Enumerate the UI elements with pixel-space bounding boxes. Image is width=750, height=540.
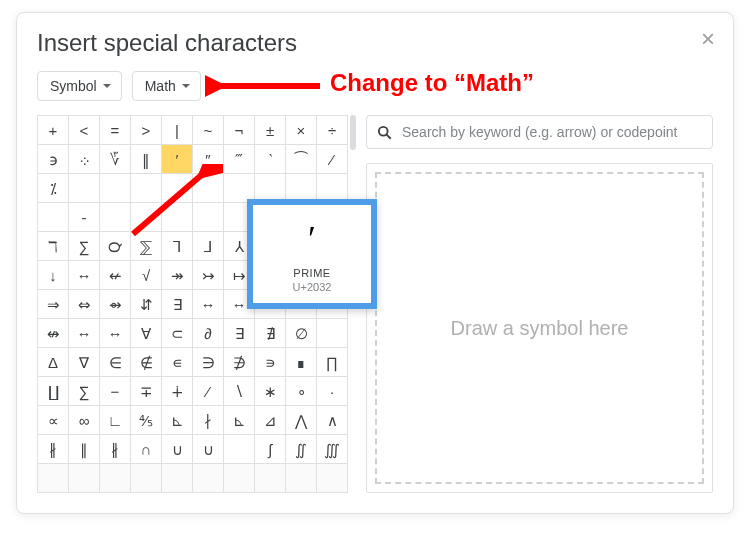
character-cell[interactable]: ⋀ <box>286 406 317 435</box>
character-cell[interactable]: ∭ <box>317 435 348 464</box>
character-cell[interactable]: ∬ <box>286 435 317 464</box>
character-cell[interactable]: √ <box>131 261 162 290</box>
character-cell[interactable]: ⊾ <box>162 406 193 435</box>
character-cell[interactable]: × <box>286 116 317 145</box>
character-cell[interactable] <box>317 464 348 493</box>
search-box[interactable] <box>366 115 713 149</box>
character-cell[interactable]: ∋ <box>193 348 224 377</box>
character-cell[interactable]: ↔ <box>100 319 131 348</box>
character-cell[interactable]: ~ <box>193 116 224 145</box>
character-cell[interactable]: ∉ <box>131 348 162 377</box>
character-cell[interactable]: ‴ <box>224 145 255 174</box>
character-cell[interactable]: ∩ <box>131 435 162 464</box>
character-cell[interactable]: Δ <box>38 348 69 377</box>
character-cell[interactable]: ′ <box>162 145 193 174</box>
character-cell[interactable]: ⅀ <box>131 232 162 261</box>
character-cell[interactable]: ⇔ <box>69 290 100 319</box>
character-cell[interactable] <box>162 203 193 232</box>
character-cell[interactable]: ∏ <box>317 348 348 377</box>
search-input[interactable] <box>400 123 702 141</box>
character-cell[interactable]: ∍ <box>255 348 286 377</box>
character-cell[interactable] <box>38 203 69 232</box>
character-cell[interactable]: ∝ <box>38 406 69 435</box>
close-button[interactable]: × <box>701 27 715 51</box>
character-cell[interactable]: ⇴ <box>100 290 131 319</box>
character-cell[interactable] <box>162 464 193 493</box>
character-cell[interactable]: ↚ <box>100 261 131 290</box>
character-cell[interactable]: ∀ <box>131 319 162 348</box>
character-cell[interactable] <box>317 319 348 348</box>
character-cell[interactable]: = <box>100 116 131 145</box>
character-cell[interactable]: - <box>69 203 100 232</box>
character-cell[interactable]: ∪ <box>162 435 193 464</box>
character-cell[interactable]: ⁄ <box>317 145 348 174</box>
character-cell[interactable]: − <box>100 377 131 406</box>
character-cell[interactable] <box>193 174 224 203</box>
character-cell[interactable]: ∧ <box>317 406 348 435</box>
character-cell[interactable] <box>131 464 162 493</box>
character-cell[interactable]: ∃ <box>162 290 193 319</box>
character-cell[interactable]: ↮ <box>38 319 69 348</box>
character-cell[interactable]: ± <box>255 116 286 145</box>
character-cell[interactable]: ∎ <box>286 348 317 377</box>
character-cell[interactable]: ∈ <box>100 348 131 377</box>
character-cell[interactable]: ⁴⁄₅ <box>131 406 162 435</box>
character-cell[interactable]: ∘ <box>286 377 317 406</box>
scrollbar-thumb[interactable] <box>350 115 356 150</box>
character-cell[interactable]: ″ <box>193 145 224 174</box>
character-cell[interactable] <box>38 464 69 493</box>
character-cell[interactable]: ∊ <box>162 348 193 377</box>
character-cell[interactable]: < <box>69 116 100 145</box>
character-cell[interactable]: ∐ <box>38 377 69 406</box>
character-cell[interactable] <box>193 464 224 493</box>
character-cell[interactable]: ∗ <box>255 377 286 406</box>
character-cell[interactable]: ∓ <box>131 377 162 406</box>
subcategory-dropdown[interactable]: Math <box>132 71 201 101</box>
character-cell[interactable]: ∔ <box>162 377 193 406</box>
character-cell[interactable]: ∕ <box>193 377 224 406</box>
category-dropdown[interactable]: Symbol <box>37 71 122 101</box>
character-cell[interactable]: ↔ <box>69 261 100 290</box>
character-cell[interactable]: ‖ <box>131 145 162 174</box>
character-cell[interactable]: + <box>38 116 69 145</box>
character-cell[interactable] <box>255 464 286 493</box>
character-cell[interactable]: ∅ <box>286 319 317 348</box>
character-cell[interactable]: ؆ <box>100 145 131 174</box>
character-cell[interactable]: ∖ <box>224 377 255 406</box>
character-cell[interactable]: ∪ <box>193 435 224 464</box>
character-cell[interactable]: ⊂ <box>162 319 193 348</box>
character-cell[interactable]: ∇ <box>69 348 100 377</box>
character-cell[interactable]: ÷ <box>317 116 348 145</box>
character-cell[interactable]: ∙ <box>317 377 348 406</box>
character-cell[interactable]: ⊿ <box>255 406 286 435</box>
character-cell[interactable]: ⅂ <box>162 232 193 261</box>
character-cell[interactable]: ∞ <box>69 406 100 435</box>
character-cell[interactable]: ℺ <box>100 232 131 261</box>
character-cell[interactable] <box>100 203 131 232</box>
character-cell[interactable] <box>100 464 131 493</box>
character-cell[interactable]: ℸ <box>38 232 69 261</box>
character-cell[interactable]: | <box>162 116 193 145</box>
character-cell[interactable]: ↠ <box>162 261 193 290</box>
character-cell[interactable]: ⁒ <box>38 174 69 203</box>
character-cell[interactable]: ∑ <box>69 232 100 261</box>
character-cell[interactable]: ⇒ <box>38 290 69 319</box>
character-cell[interactable] <box>224 435 255 464</box>
character-cell[interactable] <box>286 464 317 493</box>
character-cell[interactable]: ∦ <box>100 435 131 464</box>
character-cell[interactable]: ↣ <box>193 261 224 290</box>
character-cell[interactable] <box>69 174 100 203</box>
character-cell[interactable]: ∄ <box>255 319 286 348</box>
character-cell[interactable]: ∫ <box>255 435 286 464</box>
character-cell[interactable] <box>131 174 162 203</box>
character-cell[interactable]: ܀ <box>69 145 100 174</box>
character-cell[interactable]: ⅃ <box>193 232 224 261</box>
draw-panel[interactable]: Draw a symbol here <box>366 163 713 493</box>
character-cell[interactable]: ∥ <box>69 435 100 464</box>
character-cell[interactable]: ∃ <box>224 319 255 348</box>
character-cell[interactable]: ∟ <box>100 406 131 435</box>
character-cell[interactable]: ∑ <box>69 377 100 406</box>
character-cell[interactable] <box>224 464 255 493</box>
character-cell[interactable]: ↔ <box>193 290 224 319</box>
character-cell[interactable]: > <box>131 116 162 145</box>
